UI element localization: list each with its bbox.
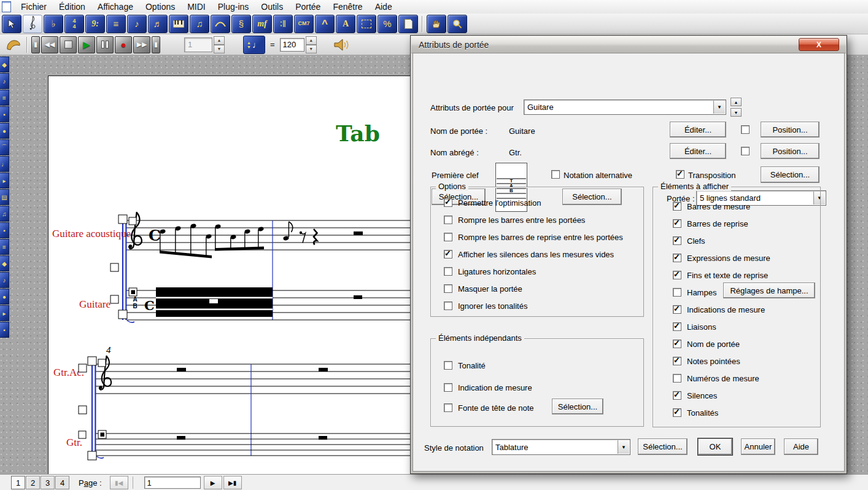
alternate-notation-checkbox[interactable] [551,170,560,179]
checkbox-numeros-de-mesure[interactable] [673,374,681,383]
menu-edition[interactable]: Édition [53,1,91,13]
selection-arrow-tool-button[interactable] [2,15,21,33]
tempo-input[interactable] [280,38,304,52]
abbrev-position-button[interactable]: Position... [761,143,820,159]
transposition-selection-button[interactable]: Sélection... [761,166,820,183]
notation-style-combobox[interactable]: Tablature ▼ [492,439,630,455]
play-button[interactable]: ▶ [78,36,95,53]
menu-outils[interactable]: Outils [255,1,289,13]
checkbox-indication-de-mesure[interactable] [444,383,452,392]
side-tool-14-button[interactable]: ♪ [0,272,9,288]
checkbox-row-nom-de-portee[interactable]: Nom de portée [673,339,740,349]
checkbox-barres-de-reprise[interactable] [673,219,681,228]
checkbox-row-ignorer-les-tonalites[interactable]: Ignorer les tonalités [444,301,527,311]
checkbox-rompre-les-barres-entre-les-portees[interactable] [444,216,452,224]
staff-prev-button[interactable]: ▲ [730,98,742,106]
side-tool-2-button[interactable]: ♪ [0,73,9,89]
special-tools-button[interactable]: § [231,15,251,33]
side-tool-1-button[interactable]: ◆ [0,56,9,72]
menu-options[interactable]: Options [139,1,181,13]
score-notation[interactable]: C [48,76,417,475]
checkbox-row-ligatures-horizontales[interactable]: Ligatures horizontales [444,266,536,276]
tempo-spinner[interactable]: ▲▼ [306,36,317,53]
menu-midi[interactable]: MIDI [181,1,212,13]
staff-select-combobox[interactable]: Guitare ▼ [524,99,726,115]
edit-staff-name-button[interactable]: Éditer... [670,122,726,138]
page-tab-2[interactable]: 2 [26,476,40,489]
checkbox-row-fins-et-texte-de-reprise[interactable]: Fins et texte de reprise [673,270,768,280]
next-page-button[interactable]: ▶ [204,476,222,489]
record-button[interactable]: ● [115,36,132,53]
checkbox-row-hampes[interactable]: Hampes [673,287,716,297]
checkbox-row-indications-de-mesure[interactable]: Indications de mesure [673,305,765,314]
rewind-button[interactable]: ◀◀ [41,36,58,53]
side-tool-13-button[interactable]: ◆ [0,255,9,271]
checkbox-row-rompre-les-barres-de-reprise-entre-les-portees[interactable]: Rompre les barres de reprise entre les p… [444,232,623,242]
checkbox-row-expressions-de-mesure[interactable]: Expressions de mesure [673,253,770,263]
page-number-input[interactable] [144,476,201,489]
expression-tool-button[interactable]: mf [252,15,272,33]
stop-button[interactable] [60,36,77,53]
checkbox-row-barres-de-reprise[interactable]: Barres de reprise [673,219,748,228]
side-tool-6-button[interactable]: ⌒ [0,139,9,155]
checkbox-row-indication-de-mesure[interactable]: Indication de mesure [444,383,532,392]
checkbox-fonte-de-tete-de-note[interactable] [444,403,452,412]
hand-grabber-tool-button[interactable] [427,15,446,33]
checkbox-row-rompre-les-barres-entre-les-portees[interactable]: Rompre les barres entre les portées [444,215,585,225]
last-page-button[interactable]: ▶▮ [223,476,242,489]
checkbox-barres-de-mesure[interactable] [673,202,681,211]
tempo-note-button[interactable]: ▲▼ ♩ [243,36,265,54]
mirror-tool-button[interactable]: % [378,15,397,33]
side-tool-12-button[interactable]: ≡ [0,239,9,255]
repeat-tool-button[interactable]: ∶‖ [273,15,293,33]
checkbox-fins-et-texte-de-reprise[interactable] [673,271,681,279]
checkbox-notes-pointees[interactable] [673,357,681,365]
selection-region-tool-button[interactable] [357,15,376,33]
checkbox-row-silences[interactable]: Silences [673,391,717,400]
edit-abbrev-name-button[interactable]: Éditer... [670,143,726,159]
side-tool-8-button[interactable]: ▸ [0,173,9,189]
checkbox-expressions-de-mesure[interactable] [673,254,681,262]
menu-fichier[interactable]: Fichier [15,1,53,13]
checkbox-row-numeros-de-mesure[interactable]: Numéros de mesure [673,373,759,383]
menu-plug-ins[interactable]: Plug-ins [212,1,255,13]
articulation-tool-button[interactable]: ^ [315,15,335,33]
cancel-button[interactable]: Annuler [741,438,775,455]
side-tool-4-button[interactable]: ▪ [0,106,9,122]
hyperscribe-tool-button[interactable] [169,15,188,33]
checkbox-row-barres-de-mesure[interactable]: Barres de mesure [673,201,750,211]
playback-tool-icon[interactable] [4,37,23,53]
checkbox-row-clefs[interactable]: Clefs [673,236,705,246]
checkbox-row-liaisons[interactable]: Liaisons [673,322,716,332]
checkbox-row-notes-pointees[interactable]: Notes pointées [673,356,740,366]
text-tool-button[interactable]: A [336,15,355,33]
smart-shape-tool-button[interactable] [211,15,230,33]
checkbox-row-afficher-les-silences-dans-les-mesures-vides[interactable]: Afficher les silences dans les mesures v… [444,249,614,259]
staff-name-position-checkbox[interactable] [741,125,750,134]
key-signature-tool-button[interactable]: ♭ [44,15,63,33]
checkbox-row-masquer-la-portee[interactable]: Masquer la portée [444,284,522,294]
page-tab-1[interactable]: 1 [11,476,25,489]
checkbox-silences[interactable] [673,391,681,400]
checkbox-ligatures-horizontales[interactable] [444,267,452,276]
ok-button[interactable]: OK [698,438,732,455]
combobox-dropdown-icon[interactable]: ▼ [713,101,725,114]
menu-affichage[interactable]: Affichage [91,1,139,13]
side-tool-5-button[interactable]: ● [0,123,9,139]
checkbox-permettre-l-optimisation[interactable] [444,198,452,207]
notation-style-selection-button[interactable]: Sélection... [638,438,688,455]
zoom-tool-button[interactable] [448,15,467,33]
side-tool-16-button[interactable]: ▸ [0,305,9,321]
staff-tool-button[interactable] [23,15,42,33]
close-button[interactable]: X [799,38,839,51]
checkbox-masquer-la-portee[interactable] [444,284,452,293]
fast-forward-button[interactable]: ▶▶ [133,36,150,53]
checkbox-tonalite[interactable] [444,361,452,370]
first-page-button[interactable]: ▮◀ [110,476,128,489]
page-layout-tool-button[interactable] [398,15,418,33]
side-tool-10-button[interactable]: ♫ [0,206,9,222]
checkbox-nom-de-portee[interactable] [673,340,681,348]
side-tool-7-button[interactable]: ♩ [0,156,9,172]
side-tool-17-button[interactable]: ▪ [0,322,9,338]
measure-tool-button[interactable]: ≡ [106,15,126,33]
